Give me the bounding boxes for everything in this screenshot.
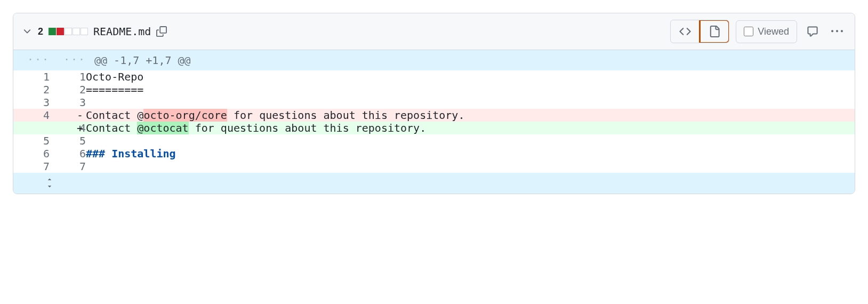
- comment-button[interactable]: [803, 22, 822, 41]
- diffstat-removed-block: [57, 28, 64, 35]
- diff-line-deletion[interactable]: 4 -Contact @octo-org/core for questions …: [13, 109, 855, 122]
- kebab-menu-button[interactable]: [828, 22, 846, 41]
- line-content: ### Installing: [86, 147, 855, 160]
- diff-line[interactable]: 7 7: [13, 160, 855, 173]
- diff-line[interactable]: 3 3: [13, 96, 855, 109]
- hunk-header-row[interactable]: ... ... @@ -1,7 +1,7 @@: [13, 50, 855, 70]
- diffstat-neutral-block: [73, 28, 80, 35]
- line-content: [86, 134, 855, 147]
- diffstat-added-block: [49, 28, 56, 35]
- display-mode-toggle: [670, 20, 729, 43]
- line-content: =========: [86, 83, 855, 96]
- line-content: Octo-Repo: [86, 70, 855, 83]
- diff-line[interactable]: 1 1 Octo-Repo: [13, 70, 855, 83]
- unfold-icon: [45, 176, 54, 190]
- old-line-number: [13, 122, 50, 134]
- old-line-number: 4: [13, 109, 50, 122]
- viewed-checkbox[interactable]: [744, 27, 753, 36]
- diffstat-indicator: [49, 28, 88, 35]
- markdown-heading: ### Installing: [86, 147, 176, 160]
- diff-line-addition[interactable]: 4 +Contact @octocat for questions about …: [13, 122, 855, 134]
- header-right-group: Viewed: [670, 20, 846, 43]
- diffstat-neutral-block: [81, 28, 88, 35]
- line-content: -Contact @octo-org/core for questions ab…: [86, 109, 855, 122]
- diff-file-container: 2 README.md: [13, 13, 855, 194]
- viewed-label: Viewed: [758, 26, 789, 37]
- addition-highlight: @octocat: [137, 122, 188, 134]
- line-content: [86, 96, 855, 109]
- old-line-number: 1: [13, 70, 50, 83]
- header-left-group: 2 README.md: [22, 25, 167, 38]
- diff-line[interactable]: 6 6 ### Installing: [13, 147, 855, 160]
- expand-content: [86, 173, 855, 194]
- rich-diff-button[interactable]: [700, 20, 729, 43]
- copy-path-icon[interactable]: [156, 26, 167, 37]
- expand-ellipsis-old: ...: [27, 50, 50, 63]
- old-line-number: 5: [13, 134, 50, 147]
- old-line-number: 7: [13, 160, 50, 173]
- old-line-number: 2: [13, 83, 50, 96]
- line-content: +Contact @octocat for questions about th…: [86, 122, 855, 134]
- diff-line[interactable]: 2 2 =========: [13, 83, 855, 96]
- change-count: 2: [38, 26, 43, 37]
- deletion-highlight: octo-org/core: [143, 109, 227, 122]
- old-line-number: 6: [13, 147, 50, 160]
- source-diff-button[interactable]: [671, 20, 700, 43]
- diff-table: ... ... @@ -1,7 +1,7 @@ 1 1 Octo-Repo 2 …: [13, 50, 855, 194]
- diffstat-neutral-block: [65, 28, 72, 35]
- expand-hunk-row[interactable]: [13, 173, 855, 194]
- viewed-toggle[interactable]: Viewed: [736, 20, 797, 43]
- hunk-header-text: @@ -1,7 +1,7 @@: [86, 50, 855, 70]
- old-line-number: 3: [13, 96, 50, 109]
- diff-line[interactable]: 5 5: [13, 134, 855, 147]
- diff-file-header: 2 README.md: [13, 13, 855, 50]
- expand-ellipsis-new: ...: [63, 50, 86, 63]
- chevron-down-icon[interactable]: [22, 26, 33, 37]
- line-content: [86, 160, 855, 173]
- filename[interactable]: README.md: [93, 25, 151, 38]
